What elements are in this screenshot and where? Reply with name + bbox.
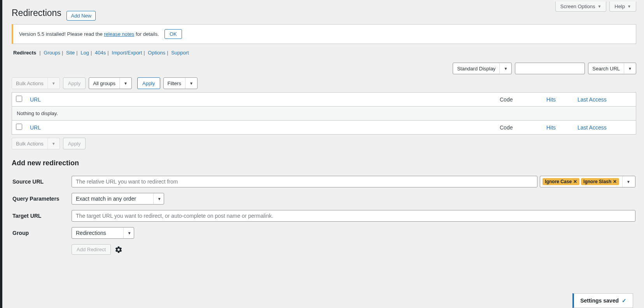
toast-settings-saved: Settings saved ✓ — [572, 293, 633, 308]
bulk-actions-label: Bulk Actions — [12, 80, 47, 86]
source-url-input[interactable] — [72, 176, 537, 187]
redirects-table: URL Code Hits Last Access Nothing to dis… — [12, 92, 636, 135]
query-params-label: Query Parameters — [12, 191, 71, 207]
chevron-down-icon: ▼ — [47, 138, 60, 149]
apply-bulk-button-bottom[interactable]: Apply — [63, 138, 86, 149]
target-url-input[interactable] — [72, 210, 635, 222]
chevron-down-icon: ▼ — [624, 63, 636, 74]
col-hits[interactable]: Hits — [546, 96, 556, 103]
group-filter-label: All groups — [89, 80, 119, 86]
target-url-label: Target URL — [12, 208, 71, 224]
url-options-select[interactable]: Ignore Case✕ Ignore Slash✕ ▼ — [540, 176, 635, 187]
add-new-button[interactable]: Add New — [66, 11, 96, 21]
update-notice: Version 5.5 installed! Please read the r… — [12, 24, 636, 44]
bulk-actions-select-top[interactable]: Bulk Actions ▼ — [12, 77, 60, 89]
release-notes-link[interactable]: release notes — [104, 31, 134, 37]
apply-bulk-button-top[interactable]: Apply — [63, 77, 86, 89]
chevron-down-icon: ▼ — [499, 63, 511, 74]
col-url[interactable]: URL — [30, 96, 41, 103]
group-value: Redirections — [76, 230, 122, 236]
tab-log[interactable]: Log — [80, 50, 89, 56]
page-title: Redirections — [12, 8, 61, 18]
bulk-actions-label-bottom: Bulk Actions — [12, 141, 47, 147]
query-params-select[interactable]: Exact match in any order ▼ — [72, 193, 164, 205]
filters-label: Filters — [164, 80, 185, 86]
col-code-foot: Code — [500, 124, 546, 131]
tab-support[interactable]: Support — [171, 50, 189, 56]
toast-text: Settings saved — [580, 298, 619, 304]
chevron-down-icon: ▼ — [597, 4, 601, 9]
select-all-bottom[interactable] — [16, 124, 22, 130]
bulk-actions-select-bottom[interactable]: Bulk Actions ▼ — [12, 138, 60, 149]
chevron-down-icon: ▼ — [119, 78, 131, 89]
tab-groups[interactable]: Groups — [44, 50, 60, 56]
search-mode-select[interactable]: Search URL ▼ — [588, 63, 636, 74]
tab-404s[interactable]: 404s — [95, 50, 106, 56]
ignore-slash-tag[interactable]: Ignore Slash✕ — [581, 178, 619, 185]
close-icon[interactable]: ✕ — [573, 179, 577, 184]
empty-row: Nothing to display. — [12, 107, 636, 120]
col-last[interactable]: Last Access — [578, 96, 607, 103]
tab-options[interactable]: Options — [148, 50, 165, 56]
search-mode-label: Search URL — [588, 66, 624, 72]
query-params-value: Exact match in any order — [76, 196, 152, 202]
tab-site[interactable]: Site — [66, 50, 75, 56]
source-url-label: Source URL — [12, 173, 71, 190]
filters-select[interactable]: Filters ▼ — [163, 77, 198, 89]
check-icon: ✓ — [622, 298, 626, 304]
add-new-heading: Add new redirection — [12, 159, 636, 167]
notice-ok-button[interactable]: OK — [164, 29, 182, 39]
help-label: Help — [614, 4, 625, 9]
chevron-down-icon[interactable]: ▼ — [622, 176, 633, 187]
col-url-foot[interactable]: URL — [30, 124, 41, 131]
notice-text-post: for details. — [134, 31, 159, 37]
col-code: Code — [500, 96, 546, 103]
select-all-top[interactable] — [16, 96, 22, 102]
group-filter-select[interactable]: All groups ▼ — [89, 77, 132, 89]
ignore-case-tag[interactable]: Ignore Case✕ — [542, 178, 579, 185]
add-redirect-button[interactable]: Add Redirect — [72, 244, 111, 255]
tab-redirects[interactable]: Redirects — [13, 50, 36, 56]
group-label: Group — [12, 225, 71, 241]
col-last-foot[interactable]: Last Access — [578, 124, 607, 131]
chevron-down-icon: ▼ — [123, 228, 134, 238]
close-icon[interactable]: ✕ — [613, 179, 617, 184]
group-select[interactable]: Redirections ▼ — [72, 227, 134, 239]
chevron-down-icon: ▼ — [47, 78, 60, 89]
help-button[interactable]: Help ▼ — [609, 2, 636, 12]
col-hits-foot[interactable]: Hits — [546, 124, 556, 131]
apply-filter-button[interactable]: Apply — [137, 77, 160, 89]
chevron-down-icon: ▼ — [185, 78, 197, 89]
notice-text-pre: Version 5.5 installed! Please read the — [19, 31, 104, 37]
screen-options-label: Screen Options — [560, 4, 595, 9]
display-mode-label: Standard Display — [453, 66, 499, 72]
screen-options-button[interactable]: Screen Options ▼ — [555, 2, 607, 12]
chevron-down-icon: ▼ — [153, 193, 164, 204]
gear-icon[interactable] — [115, 246, 122, 254]
subnav: Redirects| Groups| Site| Log| 404s| Impo… — [12, 50, 636, 56]
display-mode-select[interactable]: Standard Display ▼ — [453, 63, 512, 74]
tab-import-export[interactable]: Import/Export — [112, 50, 142, 56]
chevron-down-icon: ▼ — [627, 4, 631, 9]
search-input[interactable] — [515, 63, 585, 74]
